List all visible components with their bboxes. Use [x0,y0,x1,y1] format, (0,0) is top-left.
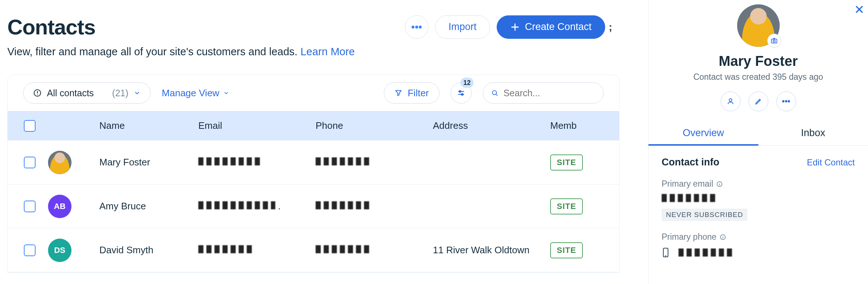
col-address[interactable]: Address [433,120,550,131]
avatar [48,151,71,174]
contact-avatar-wrap [737,4,780,47]
filter-button[interactable]: Filter [384,82,439,104]
info-icon[interactable] [720,234,726,240]
alert-circle-icon [33,89,42,97]
filter-label: Filter [408,87,429,99]
cell-member: SITE [550,198,624,214]
redacted-value [662,194,717,202]
pencil-icon [754,97,762,105]
cell-email [198,157,316,168]
contact-quick-actions: ••• [721,91,796,111]
primary-phone-value-row [662,247,855,258]
svg-line-8 [496,94,497,96]
edit-contact-link[interactable]: Edit Contact [807,157,855,168]
camera-icon [770,37,778,44]
svg-point-17 [722,236,723,236]
view-profile-button[interactable] [721,91,740,111]
search-field-wrap [483,82,604,104]
close-panel-button[interactable]: ✕ [854,2,864,17]
primary-email-label: Primary email [662,179,855,189]
table-row[interactable]: DS David Smyth 11 River Walk Oldtown SIT… [8,228,619,272]
cell-address: 11 River Walk Oldtown [433,244,550,256]
chevron-down-icon [133,89,141,97]
row-checkbox[interactable] [24,157,36,168]
avatar: AB [48,195,71,218]
contact-info-header: Contact info Edit Contact [662,157,855,168]
cell-email: . [198,201,316,212]
contacts-page: Contacts ••• Import Create Contact ; Vie… [0,0,619,284]
select-all-checkbox[interactable] [24,120,36,132]
close-icon: ✕ [854,3,864,16]
subtitle-text: View, filter and manage all of your site… [7,46,301,57]
tab-inbox[interactable]: Inbox [758,122,868,145]
contact-detail-panel: ✕ Mary Foster Contact was created 395 da… [648,0,868,284]
columns-settings-button[interactable]: 12 [450,82,472,104]
cell-member: SITE [550,154,624,171]
member-badge: SITE [550,154,583,171]
member-badge: SITE [550,198,583,214]
sliders-icon [457,89,466,97]
mobile-icon [662,247,670,258]
svg-point-14 [719,183,720,183]
change-photo-button[interactable] [767,34,781,48]
row-checkbox[interactable] [24,244,36,256]
info-icon[interactable] [716,181,723,187]
redacted-value [316,157,371,165]
filter-icon [394,89,402,97]
primary-phone-label: Primary phone [662,232,855,242]
contacts-table: Name Email Phone Address Memb Mary Foste… [7,111,619,273]
contacts-toolbar: All contacts (21) Manage View Filter 12 [7,75,619,111]
detail-tabs: Overview Inbox [648,122,868,146]
svg-point-10 [773,40,775,42]
page-subtitle: View, filter and manage all of your site… [7,46,619,58]
manage-view-button[interactable]: Manage View [162,87,229,99]
detail-body: Contact info Edit Contact Primary email … [648,146,868,258]
view-selector[interactable]: All contacts (21) [23,82,151,104]
col-email[interactable]: Email [198,120,316,131]
col-phone[interactable]: Phone [316,120,433,131]
table-header-row: Name Email Phone Address Memb [8,111,619,141]
cell-phone [316,157,433,168]
row-checkbox[interactable] [24,201,36,212]
cell-email [198,244,316,256]
more-actions-button[interactable]: ••• [405,15,429,39]
table-row[interactable]: Mary Foster SITE [8,141,619,184]
header-actions: ••• Import Create Contact ; [405,15,612,39]
chevron-down-icon [223,90,229,96]
view-count: (21) [112,88,128,98]
edit-button[interactable] [749,91,768,111]
tab-overview[interactable]: Overview [648,122,758,145]
col-member[interactable]: Memb [550,120,624,131]
cell-phone [316,244,433,256]
cell-member: SITE [550,242,624,258]
redacted-value [316,245,371,253]
avatar-initials: DS [54,246,66,255]
person-icon [727,97,735,105]
columns-count-badge: 12 [460,78,474,88]
table-row[interactable]: AB Amy Bruce . SITE [8,184,619,228]
redacted-value [198,157,261,165]
redacted-value [678,248,733,257]
redacted-value [316,201,371,209]
redacted-value [198,245,253,253]
search-icon [491,89,498,97]
more-button[interactable]: ••• [776,91,796,111]
cell-name: David Smyth [99,244,198,256]
learn-more-link[interactable]: Learn More [301,46,355,57]
create-contact-button[interactable]: Create Contact [497,15,605,39]
avatar: DS [48,239,71,262]
cell-name: Mary Foster [99,157,198,168]
create-contact-label: Create Contact [525,21,592,33]
primary-email-value [662,194,855,203]
contact-name: Mary Foster [719,53,798,69]
svg-point-2 [37,94,38,95]
search-input[interactable] [503,88,595,98]
contact-created-text: Contact was created 395 days ago [693,72,823,82]
import-button[interactable]: Import [435,15,490,39]
page-header: Contacts ••• Import Create Contact ; [7,15,619,39]
page-title: Contacts [7,15,95,39]
redacted-value [198,201,275,209]
col-name[interactable]: Name [99,120,198,131]
avatar-initials: AB [54,202,66,211]
plus-icon [510,22,520,32]
